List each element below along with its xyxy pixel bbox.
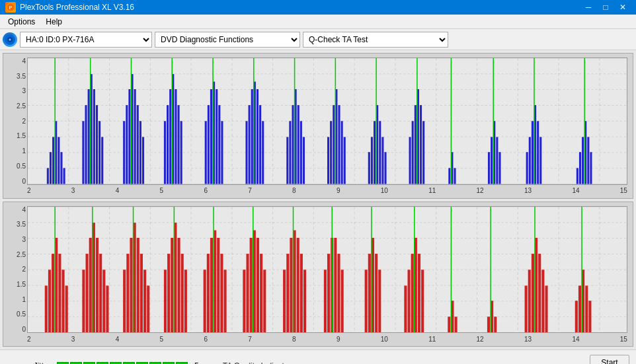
svg-rect-248 [545, 285, 547, 332]
menu-options[interactable]: Options [3, 16, 40, 28]
x-label-4: 4 [116, 187, 120, 194]
x2-label-5: 5 [160, 336, 164, 343]
x-label-11: 11 [428, 187, 436, 194]
y2-label-4: 4 [22, 206, 26, 213]
svg-rect-169 [99, 254, 102, 332]
y2-label-2: 2 [22, 266, 26, 273]
maximize-button[interactable]: □ [598, 1, 614, 13]
jitter-seg-7 [136, 362, 148, 365]
svg-rect-194 [217, 237, 219, 332]
svg-rect-171 [106, 285, 108, 332]
svg-rect-222 [368, 254, 371, 332]
top-chart-x-axis: 2 3 4 5 6 7 8 9 10 11 12 13 14 15 [27, 185, 627, 197]
svg-rect-51 [139, 121, 141, 184]
svg-rect-62 [205, 121, 207, 184]
x-label-3: 3 [71, 187, 75, 194]
y-label-35: 3.5 [17, 73, 26, 80]
toolbar: HA:0 ID:0 PX-716A DVD Diagnostic Functio… [0, 29, 636, 50]
x-label-13: 13 [524, 187, 532, 194]
svg-rect-165 [86, 254, 89, 332]
svg-rect-75 [259, 105, 261, 184]
y-label-15: 1.5 [17, 132, 26, 139]
svg-rect-88 [333, 105, 335, 184]
svg-rect-236 [455, 316, 457, 332]
jitter-row: Jitter: 5 [7, 361, 199, 365]
svg-rect-240 [494, 316, 497, 332]
svg-rect-221 [365, 270, 368, 332]
y-label-1: 1 [22, 147, 26, 155]
x-label-10: 10 [381, 187, 388, 194]
svg-rect-107 [422, 121, 424, 184]
svg-rect-214 [324, 270, 327, 332]
svg-rect-28 [47, 168, 49, 184]
svg-rect-227 [404, 285, 407, 332]
x2-label-8: 8 [292, 336, 296, 343]
x2-label-15: 15 [620, 336, 627, 343]
x-label-6: 6 [204, 187, 208, 194]
test-select[interactable]: Q-Check TA Test [303, 32, 448, 48]
svg-rect-91 [341, 121, 343, 184]
x2-label-13: 13 [524, 336, 532, 343]
svg-rect-217 [334, 237, 337, 332]
y-label-4: 4 [22, 57, 26, 65]
svg-rect-58 [175, 89, 177, 184]
bottom-chart-container: 4 3.5 3 2.5 2 1.5 1 0.5 0 [3, 201, 633, 347]
main-content: 4 3.5 3 2.5 2 1.5 1 0.5 0 [0, 50, 636, 349]
svg-rect-157 [48, 270, 51, 332]
jitter-seg-4 [97, 362, 108, 365]
svg-rect-200 [250, 237, 253, 332]
drive-icon [3, 32, 17, 47]
y2-label-35: 3.5 [17, 221, 26, 228]
svg-rect-186 [178, 237, 180, 332]
y-label-05: 0.5 [17, 163, 26, 170]
bottom-panel: Jitter: 5 Peak Shift: [0, 349, 636, 364]
svg-rect-208 [290, 237, 292, 332]
svg-rect-42 [99, 121, 100, 184]
svg-rect-190 [204, 270, 206, 332]
svg-rect-218 [337, 254, 340, 332]
svg-rect-90 [338, 105, 340, 184]
drive-select[interactable]: HA:0 ID:0 PX-716A [20, 32, 152, 48]
svg-rect-94 [368, 152, 370, 184]
svg-rect-76 [262, 121, 264, 184]
top-chart-container: 4 3.5 3 2.5 2 1.5 1 0.5 0 [3, 53, 633, 199]
svg-rect-168 [96, 237, 99, 332]
svg-rect-96 [374, 121, 376, 184]
svg-rect-117 [498, 152, 500, 184]
svg-rect-46 [126, 105, 128, 184]
svg-rect-183 [167, 254, 170, 332]
svg-rect-254 [588, 301, 591, 332]
svg-rect-109 [448, 168, 450, 184]
svg-rect-49 [134, 89, 136, 184]
svg-rect-175 [130, 237, 132, 332]
svg-rect-174 [126, 254, 129, 332]
svg-rect-198 [243, 270, 245, 332]
jitter-bar [57, 362, 188, 365]
svg-rect-178 [140, 254, 143, 332]
svg-rect-161 [61, 270, 64, 332]
function-select[interactable]: DVD Diagnostic Functions [155, 32, 300, 48]
svg-rect-123 [537, 121, 539, 184]
x2-label-2: 2 [27, 336, 31, 343]
svg-rect-130 [587, 137, 589, 184]
start-section: Start ℹ [590, 355, 629, 365]
menu-help[interactable]: Help [40, 16, 67, 28]
svg-rect-116 [496, 137, 498, 184]
y2-label-25: 2.5 [17, 251, 26, 258]
title-bar-controls: ─ □ ✕ [580, 1, 631, 13]
svg-rect-215 [327, 254, 330, 332]
svg-rect-177 [137, 237, 139, 332]
svg-rect-113 [488, 152, 490, 184]
ta-quality-label: TA Quality Indicator: [223, 361, 294, 365]
x2-label-6: 6 [204, 336, 208, 343]
close-button[interactable]: ✕ [615, 1, 631, 13]
jitter-seg-5 [110, 362, 122, 365]
jitter-seg-1 [57, 362, 69, 365]
minimize-button[interactable]: ─ [580, 1, 596, 13]
jitter-seg-8 [149, 362, 161, 365]
svg-rect-232 [421, 270, 424, 332]
svg-rect-162 [65, 285, 68, 332]
svg-rect-238 [487, 316, 490, 332]
svg-rect-67 [218, 105, 220, 184]
start-button[interactable]: Start [590, 355, 629, 365]
